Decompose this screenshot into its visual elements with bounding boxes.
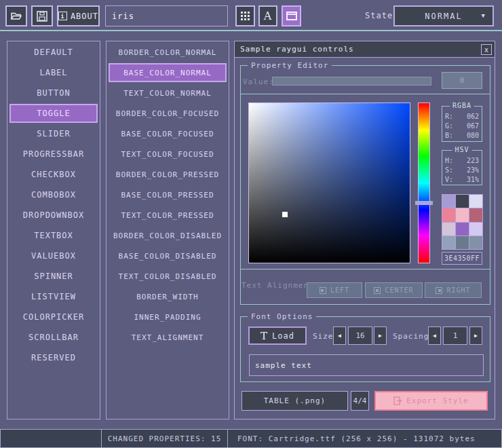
open-style-button[interactable]	[5, 5, 27, 26]
hue-slider[interactable]	[418, 102, 430, 263]
spacing-decrement-button[interactable]: ◀	[428, 326, 441, 345]
sample-text-input[interactable]	[249, 354, 484, 376]
property-editor-group-title: Property Editor	[248, 61, 332, 70]
font-load-button[interactable]: T Load	[248, 326, 307, 345]
control-item-checkbox[interactable]: CHECKBOX	[9, 165, 98, 184]
size-decrement-button[interactable]: ◀	[333, 326, 346, 345]
value-slider[interactable]	[272, 77, 431, 86]
sample-controls-window: Sample raygui controls x Property Editor…	[234, 41, 495, 419]
save-floppy-icon	[37, 11, 47, 22]
statusbar-font-info: FONT: Cartridge.ttf (256 x 256) - 131072…	[227, 429, 502, 448]
palette-swatch[interactable]	[469, 223, 482, 236]
control-item-label[interactable]: LABEL	[9, 63, 98, 82]
hsv-s-row: S:23%	[445, 166, 479, 175]
hsv-group: HSV H:223 S:23% V:31%	[442, 150, 482, 185]
property-item-border_color_pressed[interactable]: BORDER_COLOR_PRESSED	[109, 165, 227, 184]
font-load-label: Load	[272, 331, 294, 341]
property-item-base_color_pressed[interactable]: BASE_COLOR_PRESSED	[109, 185, 227, 204]
control-item-spinner[interactable]: SPINNER	[9, 267, 98, 286]
control-item-colorpicker[interactable]: COLORPICKER	[9, 307, 98, 326]
property-item-text_color_normal[interactable]: TEXT_COLOR_NORMAL	[109, 83, 227, 102]
color-picker-cursor[interactable]	[282, 212, 288, 217]
hsv-v-row: V:31%	[445, 175, 479, 185]
align-left-icon	[320, 287, 326, 294]
controls-listview: DEFAULTLABELBUTTONTOGGLESLIDERPROGRESSBA…	[7, 41, 100, 419]
value-label: Value:	[243, 77, 274, 86]
size-value-box[interactable]: 16	[348, 326, 372, 345]
size-increment-button[interactable]: ▶	[374, 326, 387, 345]
state-dropdown[interactable]: NORMAL ▼	[393, 5, 494, 26]
separator-line	[240, 94, 490, 94]
property-item-inner_padding[interactable]: INNER_PADDING	[109, 307, 227, 326]
property-item-border_width[interactable]: BORDER_WIDTH	[109, 287, 227, 306]
close-button[interactable]: x	[481, 44, 492, 55]
property-item-border_color_focused[interactable]: BORDER_COLOR_FOCUSED	[109, 104, 227, 123]
control-item-scrollbar[interactable]: SCROLLBAR	[9, 328, 98, 347]
rgba-r-row: R:062	[445, 112, 479, 122]
align-right-button[interactable]: RIGHT	[425, 282, 482, 298]
state-dropdown-value: NORMAL	[425, 12, 462, 21]
control-item-reserved[interactable]: RESERVED	[9, 348, 98, 367]
window-mode-button[interactable]	[282, 5, 301, 26]
spacing-increment-button[interactable]: ▶	[469, 326, 482, 345]
property-item-base_color_focused[interactable]: BASE_COLOR_FOCUSED	[109, 124, 227, 143]
export-icon	[393, 396, 402, 405]
control-item-valuebox[interactable]: VALUEBOX	[9, 246, 98, 265]
sample-window-titlebar[interactable]: Sample raygui controls x	[235, 41, 495, 58]
align-center-icon	[374, 287, 381, 294]
palette-swatch[interactable]	[456, 236, 469, 249]
separator-line	[240, 269, 490, 269]
save-style-button[interactable]	[31, 5, 53, 26]
arrow-left-icon: ◀	[433, 333, 436, 339]
grid-mode-button[interactable]	[235, 5, 255, 26]
spacing-value-box[interactable]: 1	[443, 326, 467, 345]
export-style-label: Export Style	[406, 396, 468, 405]
property-item-text_alignment[interactable]: TEXT_ALIGNMENT	[109, 328, 227, 347]
export-style-button[interactable]: Export Style	[374, 391, 488, 411]
about-button[interactable]: i ABOUT	[57, 5, 100, 26]
property-item-text_color_disabled[interactable]: TEXT_COLOR_DISABLED	[109, 267, 227, 286]
arrow-left-icon: ◀	[338, 333, 341, 339]
palette-swatch[interactable]	[456, 195, 469, 208]
palette-swatch[interactable]	[442, 208, 455, 221]
control-item-default[interactable]: DEFAULT	[9, 43, 98, 62]
export-format-dropdown[interactable]: TABLE (.png)	[242, 391, 348, 411]
align-center-button[interactable]: CENTER	[365, 282, 423, 298]
rgba-group-title: RGBA	[450, 102, 474, 109]
palette-swatch[interactable]	[442, 236, 455, 249]
hue-slider-handle[interactable]	[415, 201, 433, 205]
text-alignment-label: Text Alignmen	[242, 281, 307, 290]
hex-value-box[interactable]: 3E4350FF	[442, 252, 482, 265]
control-item-toggle[interactable]: TOGGLE	[9, 104, 98, 123]
property-item-text_color_pressed[interactable]: TEXT_COLOR_PRESSED	[109, 206, 227, 225]
control-item-textbox[interactable]: TEXTBOX	[9, 226, 98, 245]
color-picker-panel[interactable]	[248, 102, 410, 263]
palette-swatch[interactable]	[469, 236, 482, 249]
properties-listview: BORDER_COLOR_NORMALBASE_COLOR_NORMALTEXT…	[106, 41, 229, 419]
style-name-input[interactable]	[105, 5, 228, 26]
property-item-border_color_normal[interactable]: BORDER_COLOR_NORMAL	[109, 43, 227, 62]
property-item-border_color_disabled[interactable]: BORDER_COLOR_DISABLED	[109, 226, 227, 245]
control-item-dropdownbox[interactable]: DROPDOWNBOX	[9, 206, 98, 225]
property-item-base_color_disabled[interactable]: BASE_COLOR_DISABLED	[109, 246, 227, 265]
palette-swatch[interactable]	[469, 195, 482, 208]
control-item-slider[interactable]: SLIDER	[9, 124, 98, 143]
window-icon	[286, 12, 297, 20]
palette-swatch[interactable]	[442, 223, 455, 236]
palette-swatch[interactable]	[442, 195, 455, 208]
palette-swatch[interactable]	[469, 208, 482, 221]
palette-swatch[interactable]	[456, 223, 469, 236]
control-item-combobox[interactable]: COMBOBOX	[9, 185, 98, 204]
statusbar: CHANGED PROPERTIES: 15 FONT: Cartridge.t…	[0, 429, 502, 448]
arrow-right-icon: ▶	[379, 333, 382, 339]
chevron-down-icon: ▼	[482, 12, 486, 19]
control-item-progressbar[interactable]: PROGRESSBAR	[9, 145, 98, 164]
align-right-icon	[436, 287, 442, 294]
align-left-button[interactable]: LEFT	[307, 282, 362, 298]
property-item-text_color_focused[interactable]: TEXT_COLOR_FOCUSED	[109, 145, 227, 164]
control-item-button[interactable]: BUTTON	[9, 83, 98, 102]
control-item-listview[interactable]: LISTVIEW	[9, 287, 98, 306]
property-item-base_color_normal[interactable]: BASE_COLOR_NORMAL	[109, 63, 227, 82]
palette-swatch[interactable]	[456, 208, 469, 221]
font-mode-button[interactable]: A	[258, 5, 277, 26]
